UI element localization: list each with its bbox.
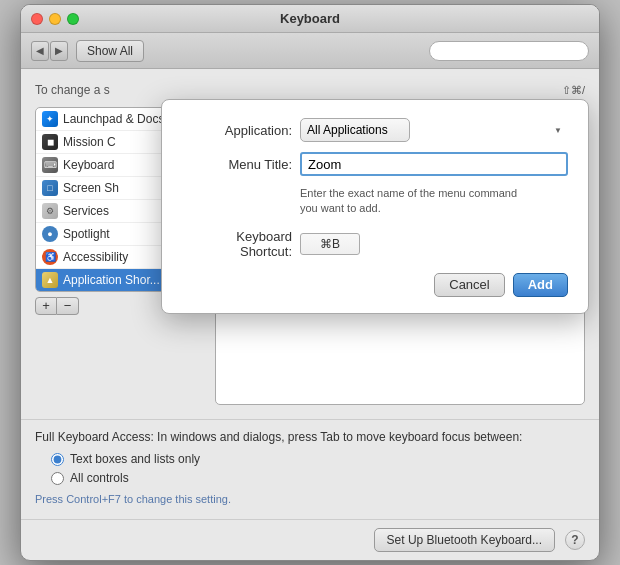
- footer-hint: Press Control+F7 to change this setting.: [35, 493, 585, 505]
- application-label: Application:: [182, 123, 292, 138]
- sidebar-item-label: Services: [63, 204, 109, 218]
- accessibility-icon: ♿: [42, 249, 58, 265]
- window-title: Keyboard: [280, 11, 340, 26]
- mission-icon: ◼: [42, 134, 58, 150]
- radio-text-only[interactable]: Text boxes and lists only: [51, 452, 585, 466]
- services-icon: ⚙: [42, 203, 58, 219]
- maximize-button[interactable]: [67, 13, 79, 25]
- radio-all-controls-input[interactable]: [51, 472, 64, 485]
- menu-title-input[interactable]: [300, 152, 568, 176]
- launchpad-icon: ✦: [42, 111, 58, 127]
- keyboard-icon: ⌨: [42, 157, 58, 173]
- radio-all-controls-label: All controls: [70, 471, 129, 485]
- sidebar-item-label: Application Shor...: [63, 273, 160, 287]
- add-item-button[interactable]: +: [35, 297, 57, 315]
- footer-bottom: Set Up Bluetooth Keyboard... ?: [21, 519, 599, 560]
- screen-icon: □: [42, 180, 58, 196]
- titlebar: Keyboard: [21, 5, 599, 33]
- menu-title-label: Menu Title:: [182, 157, 292, 172]
- shortcut-hint: ⇧⌘/: [215, 83, 585, 97]
- footer-area: Full Keyboard Access: In windows and dia…: [21, 419, 599, 519]
- add-button[interactable]: Add: [513, 273, 568, 297]
- forward-button[interactable]: ▶: [50, 41, 68, 61]
- application-select-wrapper: All Applications: [300, 118, 568, 142]
- help-button[interactable]: ?: [565, 530, 585, 550]
- back-button[interactable]: ◀: [31, 41, 49, 61]
- radio-text-only-input[interactable]: [51, 453, 64, 466]
- sidebar-hint: To change a s: [35, 83, 205, 99]
- shortcut-badge: ⇧⌘/: [562, 84, 585, 96]
- keyboard-shortcut-label: Keyboard Shortcut:: [182, 229, 292, 259]
- sidebar-item-label: Screen Sh: [63, 181, 119, 195]
- radio-text-only-label: Text boxes and lists only: [70, 452, 200, 466]
- keyboard-shortcut-value[interactable]: ⌘B: [300, 233, 360, 255]
- nav-buttons: ◀ ▶: [31, 41, 68, 61]
- dialog-buttons: Cancel Add: [182, 273, 568, 297]
- full-keyboard-label: Full Keyboard Access: In windows and dia…: [35, 430, 585, 444]
- application-select[interactable]: All Applications: [300, 118, 410, 142]
- search-input[interactable]: [429, 41, 589, 61]
- toolbar: ◀ ▶ Show All ●: [21, 33, 599, 69]
- cancel-button[interactable]: Cancel: [434, 273, 504, 297]
- radio-all-controls[interactable]: All controls: [51, 471, 585, 485]
- menu-hint: Enter the exact name of the menu command…: [300, 186, 568, 217]
- close-button[interactable]: [31, 13, 43, 25]
- content-area: To change a s ✦ Launchpad & Docs ◼ Missi…: [21, 69, 599, 419]
- show-all-button[interactable]: Show All: [76, 40, 144, 62]
- add-shortcut-dialog: Application: All Applications Menu Title…: [161, 99, 589, 314]
- keyboard-window: Keyboard ◀ ▶ Show All ● To change a s ✦ …: [20, 4, 600, 561]
- traffic-lights: [31, 13, 79, 25]
- sidebar-item-label: Mission C: [63, 135, 116, 149]
- menu-title-row: Menu Title:: [182, 152, 568, 176]
- sidebar-item-label: Launchpad & Docs: [63, 112, 164, 126]
- application-row: Application: All Applications: [182, 118, 568, 142]
- bluetooth-keyboard-button[interactable]: Set Up Bluetooth Keyboard...: [374, 528, 555, 552]
- search-wrapper: ●: [429, 41, 589, 61]
- sidebar-item-label: Keyboard: [63, 158, 114, 172]
- keyboard-shortcut-row: Keyboard Shortcut: ⌘B: [182, 229, 568, 259]
- minimize-button[interactable]: [49, 13, 61, 25]
- appshortcuts-icon: ▲: [42, 272, 58, 288]
- sidebar-item-label: Spotlight: [63, 227, 110, 241]
- remove-item-button[interactable]: −: [57, 297, 79, 315]
- radio-group: Text boxes and lists only All controls: [51, 452, 585, 485]
- spotlight-icon: ●: [42, 226, 58, 242]
- sidebar-item-label: Accessibility: [63, 250, 128, 264]
